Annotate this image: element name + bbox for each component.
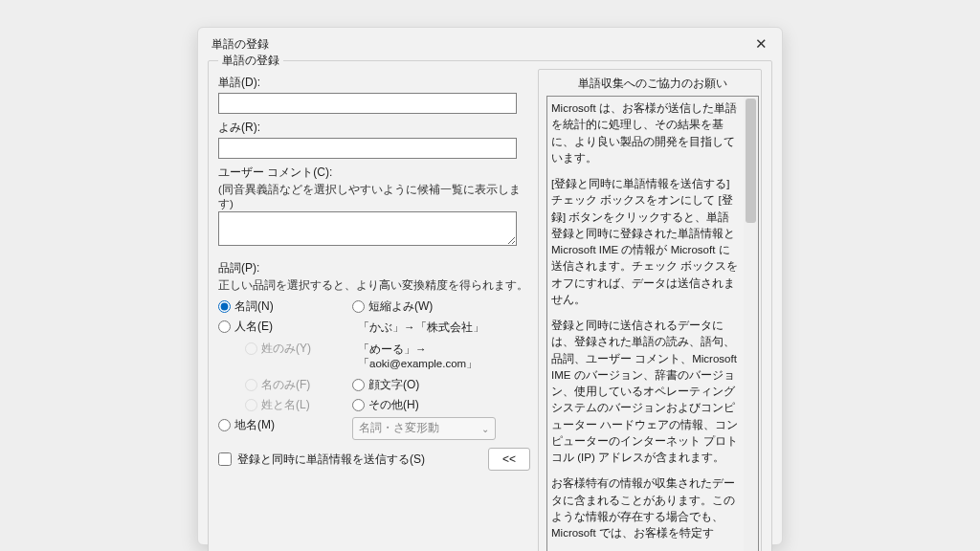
info-title: 単語収集へのご協力のお願い [546,76,759,92]
scrollbar-thumb[interactable] [746,99,756,223]
radio-other[interactable]: その他(H) [352,397,524,413]
group-legend: 単語の登録 [218,53,283,69]
word-input[interactable] [218,93,517,114]
radio-noun[interactable]: 名詞(N) [218,298,352,315]
short-example-2: 「めーる」→「aoki@example.com」 [358,342,524,371]
close-icon[interactable]: ✕ [747,33,774,55]
chevron-down-icon: ⌄ [481,424,489,434]
comment-label: ユーザー コメント(C): [218,165,530,181]
radio-emoji-label: 顔文字(O) [368,377,419,393]
send-checkbox[interactable] [218,452,232,466]
info-p1: Microsoft は、お客様が送信した単語を統計的に処理し、その結果を基に、よ… [551,100,740,166]
info-p2: [登録と同時に単語情報を送信する] チェック ボックスをオンにして [登録] ボ… [551,176,740,308]
radio-person-label: 人名(E) [234,319,273,335]
pos-select[interactable]: 名詞・さ変形動 ⌄ [352,417,496,440]
radio-short-label: 短縮よみ(W) [368,298,433,315]
radio-mei-only-input [245,379,257,391]
dialog-body: 単語の登録 単語(D): よみ(R): ユーザー コメント(C): (同音異義語… [198,58,782,551]
radio-emoji[interactable]: 顔文字(O) [352,377,524,393]
info-frame: 単語収集へのご協力のお願い Microsoft は、お客様が送信した単語を統計的… [538,69,762,551]
radio-place[interactable]: 地名(M) [218,417,352,433]
radio-person-input[interactable] [218,320,231,333]
titlebar: 単語の登録 ✕ [198,28,782,58]
info-p3: 登録と同時に送信されるデータには、登録された単語の読み、語句、品詞、ユーザー コ… [551,318,740,466]
radio-mei-only-label: 名のみ(F) [261,377,310,393]
left-pane: 単語(D): よみ(R): ユーザー コメント(C): (同音異義語などを選択し… [218,69,530,551]
radio-noun-input[interactable] [218,300,231,313]
yomi-input[interactable] [218,138,517,159]
radio-noun-label: 名詞(N) [234,298,274,315]
send-label: 登録と同時に単語情報を送信する(S) [237,452,425,468]
dialog-title: 単語の登録 [212,36,269,53]
comment-input[interactable] [218,211,517,246]
radio-other-input[interactable] [352,399,365,411]
radio-emoji-input[interactable] [352,379,365,391]
info-scroll: Microsoft は、お客様が送信した単語を統計的に処理し、その結果を基に、よ… [546,96,759,551]
comment-hint: (同音異義語などを選択しやすいように候補一覧に表示します) [218,183,530,211]
word-registration-dialog: 単語の登録 ✕ 単語の登録 単語(D): よみ(R): ユーザー コメント(C)… [197,27,783,545]
pos-label: 品詞(P): [218,260,530,276]
radio-sei-only-input [245,342,257,355]
radio-short[interactable]: 短縮よみ(W) [352,298,524,315]
radio-sei-mei[interactable]: 姓と名(L) [245,397,352,413]
word-label: 単語(D): [218,75,530,91]
short-example-1: 「かぶ」→「株式会社」 [358,320,524,335]
radio-sei-mei-input [245,399,257,411]
radio-person[interactable]: 人名(E) [218,319,352,335]
yomi-label: よみ(R): [218,120,530,136]
radio-place-label: 地名(M) [234,417,275,433]
radio-short-input[interactable] [352,300,365,313]
radio-sei-only-label: 姓のみ(Y) [261,341,311,357]
radio-mei-only[interactable]: 名のみ(F) [245,377,352,393]
radio-place-input[interactable] [218,419,231,431]
main-group: 単語の登録 単語(D): よみ(R): ユーザー コメント(C): (同音異義語… [208,60,772,551]
pos-select-placeholder: 名詞・さ変形動 [359,421,439,434]
collapse-button[interactable]: << [488,448,530,471]
radio-sei-mei-label: 姓と名(L) [261,397,310,413]
radio-other-label: その他(H) [368,397,419,413]
pos-hint: 正しい品詞を選択すると、より高い変換精度を得られます。 [218,278,530,293]
info-p4: お客様特有の情報が収集されたデータに含まれることがあります。このような情報が存在… [551,475,740,541]
scrollbar[interactable] [744,97,758,551]
info-text: Microsoft は、お客様が送信した単語を統計的に処理し、その結果を基に、よ… [547,97,744,551]
right-pane: 単語収集へのご協力のお願い Microsoft は、お客様が送信した単語を統計的… [538,69,762,551]
radio-sei-only[interactable]: 姓のみ(Y) [245,341,352,357]
